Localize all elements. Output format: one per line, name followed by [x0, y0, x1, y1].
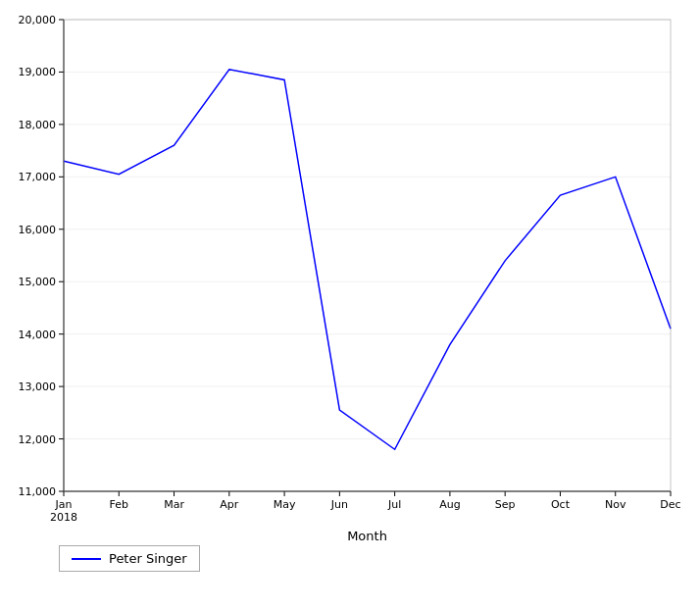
legend-box: Peter Singer — [59, 545, 200, 572]
svg-text:15,000: 15,000 — [19, 276, 57, 288]
svg-text:11,000: 11,000 — [19, 485, 57, 498]
svg-text:May: May — [274, 498, 296, 511]
legend-label: Peter Singer — [109, 551, 187, 566]
chart-svg: 11,00012,00013,00014,00015,00016,00017,0… — [0, 0, 700, 609]
legend-line-icon — [72, 558, 101, 560]
svg-text:20,000: 20,000 — [19, 14, 57, 26]
svg-text:Feb: Feb — [110, 498, 128, 511]
svg-text:13,000: 13,000 — [19, 381, 57, 393]
svg-text:Jan2018: Jan2018 — [50, 498, 77, 524]
svg-text:12,000: 12,000 — [19, 433, 57, 446]
svg-text:Nov: Nov — [605, 498, 626, 511]
svg-text:16,000: 16,000 — [19, 224, 57, 236]
svg-text:Jul: Jul — [387, 498, 401, 511]
svg-text:Sep: Sep — [495, 498, 516, 511]
svg-text:18,000: 18,000 — [19, 119, 57, 131]
svg-text:Dec: Dec — [660, 498, 680, 511]
svg-text:Oct: Oct — [551, 498, 571, 511]
svg-text:Mar: Mar — [164, 498, 184, 511]
svg-text:17,000: 17,000 — [19, 171, 57, 183]
svg-text:14,000: 14,000 — [19, 329, 57, 341]
svg-text:19,000: 19,000 — [19, 66, 57, 78]
chart-container: 11,00012,00013,00014,00015,00016,00017,0… — [0, 0, 700, 609]
svg-rect-57 — [64, 20, 671, 491]
svg-text:Month: Month — [347, 529, 387, 543]
svg-text:Jun: Jun — [330, 498, 348, 511]
svg-text:Aug: Aug — [439, 498, 460, 511]
svg-text:Apr: Apr — [220, 498, 239, 511]
